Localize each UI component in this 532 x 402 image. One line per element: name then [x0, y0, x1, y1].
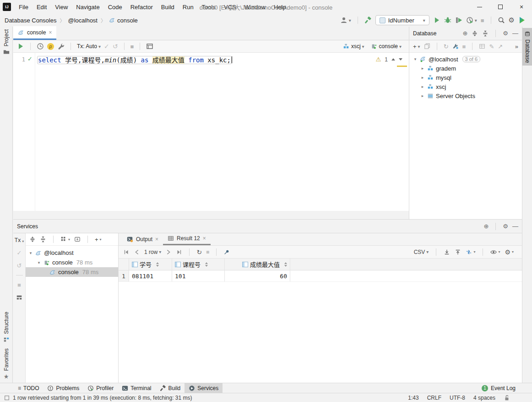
hide-panel-icon[interactable]: —: [512, 223, 518, 230]
grid-settings-button[interactable]: ⚙ ▾: [505, 248, 514, 256]
wrench-icon[interactable]: [57, 43, 65, 50]
session-select[interactable]: console ▾: [371, 43, 402, 50]
export-format-select[interactable]: CSV ▾: [414, 249, 429, 255]
pin-tab-icon[interactable]: [223, 249, 230, 255]
chevron-right-icon[interactable]: ▸: [420, 75, 425, 80]
toolwindow-build[interactable]: Build: [156, 383, 185, 393]
error-stripe-mark[interactable]: [397, 66, 407, 67]
add-datasource-button[interactable]: +▾: [413, 43, 420, 50]
toolwindow-profiler[interactable]: Profiler: [83, 383, 118, 393]
maximize-button[interactable]: [490, 0, 511, 14]
column-header-xuehao[interactable]: 学号: [129, 259, 172, 270]
close-tab-icon[interactable]: ×: [203, 235, 206, 242]
chevron-right-icon[interactable]: ▸: [420, 94, 425, 98]
sort-icon[interactable]: [284, 262, 287, 267]
user-account-button[interactable]: ▾: [340, 17, 351, 24]
expand-all-icon[interactable]: [472, 30, 478, 37]
group-by-button[interactable]: ▾: [60, 236, 70, 242]
locate-icon[interactable]: ⊕: [483, 223, 489, 230]
search-everywhere-button[interactable]: [498, 17, 505, 24]
parameters-icon[interactable]: p: [47, 43, 54, 50]
previous-page-icon[interactable]: [134, 249, 140, 255]
menu-vcs[interactable]: VCS: [220, 0, 240, 14]
code-editor[interactable]: 1 ✓ select 学号,课程号,min(成绩) as 成绩最大值 from …: [13, 53, 409, 211]
toolwindow-problems[interactable]: Problems: [43, 383, 83, 393]
run-with-coverage-button[interactable]: [455, 17, 462, 24]
encoding-indicator[interactable]: UTF-8: [450, 395, 465, 401]
menu-window[interactable]: Window: [240, 0, 270, 14]
run-configuration-select[interactable]: IdNumber ▾: [375, 15, 429, 25]
jump-to-console-icon[interactable]: [452, 43, 459, 50]
history-icon[interactable]: [37, 43, 44, 50]
menu-view[interactable]: View: [51, 0, 72, 14]
chevron-right-icon[interactable]: ▸: [420, 84, 425, 89]
chevron-down-icon[interactable]: ▾: [28, 251, 33, 255]
grid-corner-cell[interactable]: [119, 259, 129, 270]
menu-tools[interactable]: Tools: [198, 0, 220, 14]
toolwindow-tab-database[interactable]: Database: [522, 28, 532, 66]
collapse-all-icon[interactable]: [40, 236, 46, 242]
export-data-icon[interactable]: [444, 249, 450, 255]
show-in-new-frame-icon[interactable]: [74, 236, 81, 242]
tree-node-gradem[interactable]: ▸ gradem: [409, 64, 522, 73]
toolwindow-todo[interactable]: ≡ TODO: [14, 383, 43, 393]
gear-icon[interactable]: ⚙: [503, 30, 508, 37]
code-line[interactable]: select 学号,课程号,min(成绩) as 成绩最大值 from xs_k…: [35, 53, 409, 211]
toolwindow-tab-structure[interactable]: Structure: [3, 309, 10, 346]
toolwindow-tab-favorites[interactable]: Favorites ★: [3, 346, 10, 383]
breadcrumb-database-consoles[interactable]: Database Consoles: [5, 17, 56, 24]
menu-code[interactable]: Code: [104, 0, 126, 14]
chevron-right-icon[interactable]: ▸: [420, 66, 425, 71]
expand-all-icon[interactable]: [29, 236, 36, 242]
breadcrumb-console[interactable]: console: [117, 17, 138, 24]
compare-button[interactable]: ▾: [466, 249, 475, 255]
menu-edit[interactable]: Edit: [33, 0, 51, 14]
menu-help[interactable]: Help: [270, 0, 290, 14]
execute-button[interactable]: [17, 43, 24, 50]
locate-icon[interactable]: ⊕: [462, 30, 467, 37]
editor-tab-console[interactable]: console ×: [13, 26, 56, 40]
import-data-icon[interactable]: [455, 249, 461, 255]
menu-navigate[interactable]: Navigate: [72, 0, 103, 14]
tree-node-server-objects[interactable]: ▸ Server Objects: [409, 91, 522, 100]
toolwindow-tab-project[interactable]: Project: [3, 27, 10, 58]
page-size-select[interactable]: 1 row ▾: [144, 249, 161, 255]
layout-icon[interactable]: [16, 294, 22, 301]
services-node-console-session[interactable]: ▾ console 78 ms: [26, 258, 118, 267]
caret-position[interactable]: 1:43: [408, 395, 418, 401]
tree-node-localhost[interactable]: ▾ @localhost 3 of 6: [409, 55, 522, 64]
tab-output[interactable]: Output ×: [122, 233, 163, 245]
inspection-widget[interactable]: ⚠ 1: [376, 56, 402, 63]
more-actions-icon[interactable]: »: [515, 43, 518, 50]
grid-cell[interactable]: 081101: [129, 270, 172, 281]
gear-icon[interactable]: ⚙: [503, 223, 508, 230]
grid-cell[interactable]: 101: [172, 270, 225, 281]
event-log-button[interactable]: Event Log: [491, 385, 516, 391]
line-ending-indicator[interactable]: CRLF: [427, 395, 441, 401]
sort-icon[interactable]: [205, 262, 208, 267]
menu-build[interactable]: Build: [157, 0, 179, 14]
column-header-kechenghao[interactable]: 课程号: [172, 259, 225, 270]
tree-node-mysql[interactable]: ▸ mysql: [409, 73, 522, 82]
settings-gear-button[interactable]: ⚙: [509, 16, 515, 24]
next-page-icon[interactable]: [165, 249, 172, 255]
tab-result-12[interactable]: Result 12 ×: [163, 233, 211, 245]
toolwindow-services[interactable]: Services: [185, 383, 223, 393]
services-node-localhost[interactable]: ▾ @localhost: [26, 248, 118, 258]
services-node-console-file[interactable]: console 78 ms: [26, 267, 118, 277]
minimize-button[interactable]: [469, 0, 490, 14]
grid-cell[interactable]: 60: [225, 270, 290, 281]
tx-rail-button[interactable]: Tx▾: [15, 237, 24, 243]
unlocked-padlock-icon[interactable]: [504, 395, 510, 401]
indent-indicator[interactable]: 4 spaces: [473, 395, 495, 401]
menu-refactor[interactable]: Refactor: [126, 0, 157, 14]
first-page-icon[interactable]: [123, 249, 130, 255]
tx-mode-select[interactable]: Tx: Auto ▾: [77, 43, 101, 50]
sort-icon[interactable]: [156, 262, 159, 267]
profiler-button[interactable]: ▾: [466, 17, 477, 24]
collapse-all-icon[interactable]: [482, 30, 489, 37]
menu-file[interactable]: File: [15, 0, 33, 14]
close-tab-icon[interactable]: ×: [49, 29, 52, 36]
run-button[interactable]: [433, 17, 440, 24]
output-mode-icon[interactable]: [146, 43, 153, 50]
